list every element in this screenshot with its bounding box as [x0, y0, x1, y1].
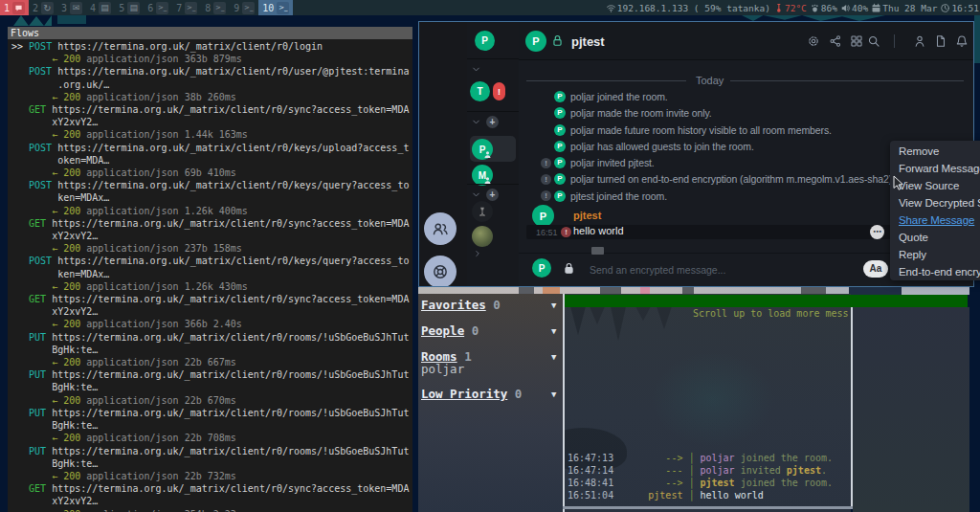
- account-avatar[interactable]: T: [470, 81, 490, 101]
- menu-item-end-to-end-encry[interactable]: End-to-end encry: [890, 263, 980, 280]
- temperature-status: 72°C: [773, 3, 807, 13]
- help-button[interactable]: [424, 256, 457, 286]
- event-avatar: P: [554, 190, 566, 202]
- menu-item-remove[interactable]: Remove: [890, 143, 980, 160]
- menu-item-view-decrypted-s[interactable]: View Decrypted S: [890, 194, 980, 211]
- calendar-icon: [871, 3, 881, 13]
- chat-activity-sidebar: [419, 22, 467, 286]
- message-options-button[interactable]: ⋯: [870, 225, 884, 239]
- message-text: hello world: [573, 225, 624, 236]
- chevron-right-icon[interactable]: [473, 249, 482, 258]
- workspace-8[interactable]: 8>_: [201, 0, 230, 15]
- menu-item-share-message[interactable]: Share Message: [890, 211, 980, 229]
- workspace-7[interactable]: 7>_: [172, 0, 201, 15]
- day-divider: Today: [526, 75, 964, 86]
- message-sender[interactable]: pjtest: [573, 210, 601, 221]
- room-title: pjtest: [571, 34, 605, 49]
- terminal-icon: >_: [185, 2, 197, 14]
- workspace-2[interactable]: 2↻: [29, 0, 57, 15]
- mail-icon: ✉: [70, 2, 82, 14]
- collapse-triangle-icon[interactable]: ▼: [551, 352, 556, 362]
- workspace-3[interactable]: 3✉: [57, 0, 86, 15]
- time-status: 16:51: [940, 3, 979, 13]
- community-avatar-1[interactable]: [472, 201, 493, 222]
- add-room-button[interactable]: +: [486, 116, 499, 128]
- event-avatar: P: [554, 91, 566, 102]
- refresh-icon: ↻: [41, 2, 54, 14]
- timeline-event: Ppoljar made the room invite only.: [541, 107, 712, 120]
- chat-log-line: 16:48:41 --> │ pjtest joined the room.: [568, 478, 833, 488]
- buffer-group-favorites[interactable]: Favorites 0: [421, 298, 501, 312]
- terminal-icon: >_: [242, 2, 255, 14]
- flows-list[interactable]: >> POST https://termina.org.uk/_matrix/c…: [11, 40, 409, 512]
- menu-item-reply[interactable]: Reply: [890, 246, 980, 263]
- chat-log-line: 16:47:14 --- │ poljar invited pjtest.: [568, 465, 827, 476]
- person-overlay-icon: [483, 150, 492, 159]
- encryption-lock-icon: [550, 33, 565, 48]
- notifications-icon[interactable]: [955, 34, 969, 48]
- workspace-9[interactable]: 9>_: [230, 0, 258, 15]
- volume-status: 40%: [840, 3, 868, 13]
- search-icon[interactable]: [867, 34, 880, 48]
- profile-avatar[interactable]: P: [475, 31, 495, 51]
- share-icon[interactable]: [829, 34, 842, 48]
- room-avatar[interactable]: P: [525, 31, 546, 52]
- message-error-icon: !: [561, 227, 571, 237]
- message-input[interactable]: Send an encrypted message...: [590, 264, 725, 276]
- format-button[interactable]: Aa: [863, 260, 888, 278]
- widgets-icon[interactable]: [850, 34, 863, 48]
- chevron-down-icon[interactable]: [471, 64, 481, 75]
- network-status: 192.168.1.133 ( 59% tatanka): [606, 3, 770, 13]
- rooms-directory-button[interactable]: [424, 212, 457, 245]
- collapse-triangle-icon[interactable]: ▼: [551, 326, 556, 336]
- buffer-list-panel[interactable]: Favorites 0▼People 0▼Rooms 1▼poljarLow P…: [418, 294, 563, 512]
- event-avatar: P: [554, 107, 566, 119]
- book-icon: ▤: [127, 2, 140, 14]
- message-context-menu: RemoveForward MessageView SourceView Dec…: [890, 141, 980, 280]
- add-community-button[interactable]: +: [486, 189, 499, 201]
- buffer-item-poljar[interactable]: poljar: [421, 362, 464, 376]
- terminal-icon: >_: [156, 2, 168, 14]
- timeline-event: Ppoljar has allowed guests to join the r…: [541, 140, 754, 152]
- workspace-6[interactable]: 6>_: [144, 0, 172, 15]
- event-avatar: P: [554, 141, 566, 152]
- composer-hint: [591, 247, 604, 255]
- chat-icon: [12, 2, 25, 14]
- workspace-10[interactable]: 10>_: [258, 0, 293, 15]
- mouse-cursor: [893, 175, 904, 191]
- event-avatar: P: [554, 173, 566, 185]
- thermometer-icon: [773, 3, 784, 13]
- wifi-icon: [606, 3, 616, 13]
- collapse-triangle-icon[interactable]: ▼: [551, 390, 556, 399]
- event-state-icon: !: [541, 174, 551, 185]
- timeline-event: !Ppoljar invited pjtest.: [541, 157, 655, 169]
- chevron-down-icon[interactable]: [471, 189, 481, 200]
- community-avatar-2[interactable]: [472, 226, 493, 247]
- message-avatar[interactable]: P: [532, 205, 554, 227]
- buffer-group-people[interactable]: People 0: [421, 323, 479, 338]
- chevron-down-icon[interactable]: [471, 117, 481, 127]
- settings-icon[interactable]: [807, 34, 820, 48]
- workspace-list: 12↻3✉4▤5▤6>_7>_8>_9>_10>_: [0, 0, 293, 15]
- speaker-icon: [840, 3, 851, 13]
- workspace-5[interactable]: 5▤: [115, 0, 144, 15]
- chat-room-header: P pjtest: [519, 22, 973, 60]
- lifebuoy-icon: [432, 263, 449, 280]
- collapse-triangle-icon[interactable]: ▼: [551, 301, 556, 310]
- menu-item-quote[interactable]: Quote: [890, 229, 980, 246]
- terminal-chat-window: Favorites 0▼People 0▼Rooms 1▼poljarLow P…: [418, 294, 969, 512]
- timeline-event: !Ppjtest joined the room.: [541, 189, 667, 202]
- files-icon[interactable]: [934, 34, 947, 48]
- flows-header: Flows: [8, 27, 412, 39]
- buffer-group-low-priority[interactable]: Low Priority 0: [421, 387, 522, 401]
- workspace-1[interactable]: 1: [0, 0, 29, 15]
- workspace-4[interactable]: 4▤: [86, 0, 115, 15]
- chat-log-line: 16:51:04 pjtest │ hello world: [568, 490, 764, 501]
- composer-lock-icon: [562, 261, 576, 276]
- status-segments: 192.168.1.133 ( 59% tatanka)72°C86%40%Th…: [606, 3, 980, 13]
- battery-status: 86%: [810, 3, 837, 13]
- terminal-icon: >_: [277, 2, 289, 14]
- message-timestamp: 16:51: [536, 228, 558, 237]
- scroll-notice: Scroll up to load more mess: [693, 308, 849, 319]
- members-icon[interactable]: [913, 34, 926, 48]
